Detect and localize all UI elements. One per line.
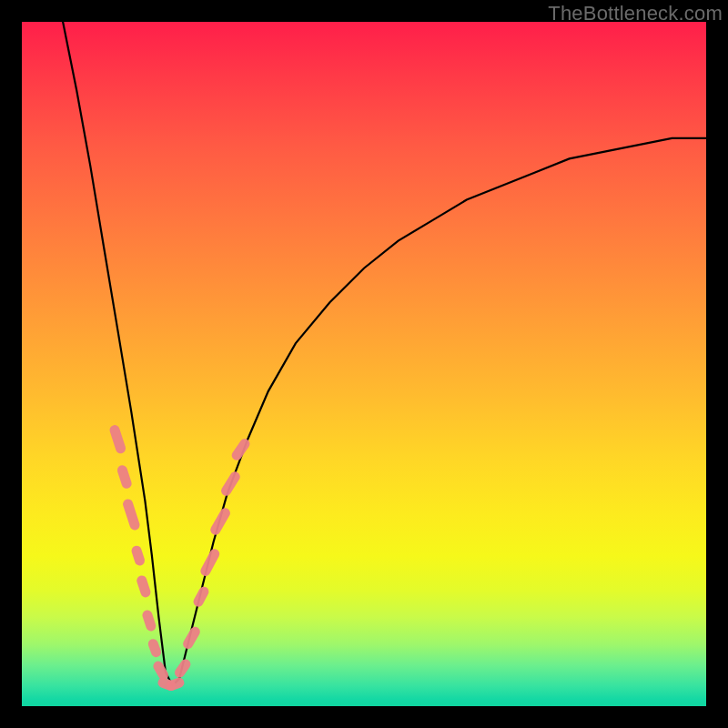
- marker-pill: [173, 657, 193, 679]
- marker-pill: [136, 574, 152, 599]
- marker-pill: [192, 585, 211, 609]
- marker-pill: [219, 470, 242, 498]
- bottleneck-curve: [63, 22, 706, 685]
- marker-pill: [141, 609, 157, 632]
- marker-pill: [130, 544, 146, 567]
- chart-frame: TheBottleneck.com: [0, 0, 728, 728]
- plot-area: [22, 22, 706, 706]
- marker-pill: [116, 464, 133, 490]
- watermark-text: TheBottleneck.com: [548, 2, 723, 25]
- marker-pill: [208, 506, 232, 536]
- valley-markers: [108, 424, 252, 693]
- curve-svg: [22, 22, 706, 706]
- marker-pill: [122, 498, 141, 531]
- marker-pill: [181, 625, 202, 651]
- marker-pill: [108, 424, 126, 455]
- marker-pill: [147, 638, 162, 659]
